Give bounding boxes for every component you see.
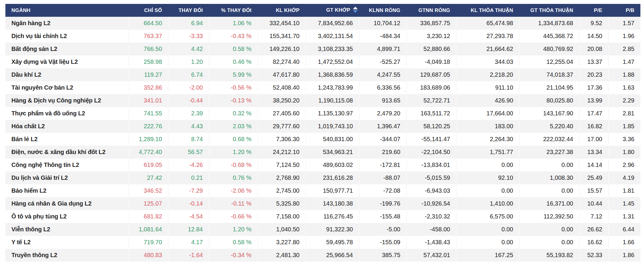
cell-pe: 7.12	[579, 210, 608, 223]
cell-pe: 17.36	[579, 81, 608, 94]
cell-kl_khop: 52,408.40	[257, 81, 305, 94]
cell-chi_so: 1,289.10	[129, 133, 168, 146]
table-row[interactable]: Dịch vụ tài chính L2763.37-3.33-0.43 %15…	[5, 30, 640, 43]
column-header-label: NGÀNH	[11, 7, 30, 13]
table-row[interactable]: Du lịch và Giải trí L227.420.210.76 %2,7…	[5, 171, 640, 184]
cell-pb: 1.63	[608, 81, 640, 94]
column-header-label: THAY ĐỔI	[179, 7, 203, 13]
cell-pct_thay_doi: -2.06 %	[209, 184, 257, 197]
cell-nganh: Xây dựng và Vật liệu L2	[5, 55, 129, 68]
cell-kl_thoa_thuan: 6,575.00	[456, 210, 519, 223]
table-row[interactable]: Điện, nước & xăng dầu khí đốt L24,772.40…	[5, 146, 640, 159]
cell-nganh: Bán lẻ L2	[5, 133, 129, 146]
cell-chi_so: 125.07	[129, 197, 168, 210]
table-row[interactable]: Thực phẩm và đồ uống L2741.552.390.32 %2…	[5, 107, 640, 120]
column-header-kl_thoa_thuan[interactable]: KL THỎA THUẬN	[456, 4, 519, 17]
column-header-pb[interactable]: P/B	[608, 4, 640, 17]
cell-pct_thay_doi: 5.99 %	[209, 68, 257, 81]
cell-pe: 20.08	[579, 43, 608, 55]
column-header-kl_khop[interactable]: KL KHỚP	[257, 4, 305, 17]
column-header-gtnn_rong[interactable]: GTNN RÒNG	[406, 4, 456, 17]
cell-klnn_rong: 6,336.56	[359, 81, 406, 94]
cell-kl_thoa_thuan: 2,218.20	[456, 68, 519, 81]
cell-pe: 14.14	[579, 159, 608, 171]
cell-gt_khop: 540,831.00	[305, 133, 359, 146]
cell-gt_thoa_thuan: 112,392.50	[519, 210, 579, 223]
cell-chi_so: 119.27	[129, 68, 168, 81]
cell-pe: 13.34	[579, 146, 608, 159]
cell-gt_thoa_thuan: 0.00	[519, 159, 579, 171]
column-header-pct_thay_doi[interactable]: % THAY ĐỔI	[209, 4, 257, 17]
column-header-gt_thoa_thuan[interactable]: GT THỎA THUẬN	[519, 4, 579, 17]
cell-gtnn_rong: -458.00	[406, 223, 456, 236]
cell-gt_thoa_thuan: 143,167.90	[519, 107, 579, 120]
cell-klnn_rong: 219.60	[359, 146, 406, 159]
cell-gt_khop: 1,190,115.08	[305, 94, 359, 107]
table-row[interactable]: Bán lẻ L21,289.108.740.68 %7,306.30540,8…	[5, 133, 640, 146]
cell-gt_thoa_thuan: 1,008.30	[519, 171, 579, 184]
column-header-nganh[interactable]: NGÀNH	[5, 4, 129, 17]
table-row[interactable]: Hóa chất L2222.764.432.03 %29,777.601,01…	[5, 120, 640, 133]
cell-gtnn_rong: -2,310.32	[406, 210, 456, 223]
table-row[interactable]: Y tế L2719.704.170.58 %3,227.8059,495.78…	[5, 236, 640, 249]
cell-nganh: Hóa chất L2	[5, 120, 129, 133]
cell-kl_khop: 38,250.20	[257, 94, 305, 107]
cell-gt_khop: 91,322.30	[305, 223, 359, 236]
column-header-chi_so[interactable]: CHỈ SỐ	[129, 4, 168, 17]
cell-kl_thoa_thuan: 1,751.77	[456, 146, 519, 159]
cell-nganh: Thực phẩm và đồ uống L2	[5, 107, 129, 120]
cell-kl_khop: 332,454.10	[257, 17, 305, 30]
cell-gt_thoa_thuan: 480,769.92	[519, 43, 579, 55]
column-header-pe[interactable]: P/E	[579, 4, 608, 17]
cell-klnn_rong: 4,899.71	[359, 43, 406, 55]
table-row[interactable]: Viễn thông L21,081.6412.841.20 %1,040.50…	[5, 223, 640, 236]
cell-pct_thay_doi: 0.46 %	[209, 55, 257, 68]
table-row[interactable]: Tài nguyên Cơ bản L2352.86-2.00-0.56 %52…	[5, 81, 640, 94]
table-row[interactable]: Ô tô và phụ tùng L2681.82-4.54-0.66 %7,1…	[5, 210, 640, 223]
table-row[interactable]: Bất động sản L2766.504.420.58 %149,226.1…	[5, 43, 640, 55]
cell-chi_so: 766.50	[129, 43, 168, 55]
cell-pb: 3.36	[608, 133, 640, 146]
table-row[interactable]: Bảo hiểm L2346.52-7.29-2.06 %2,745.00150…	[5, 184, 640, 197]
cell-klnn_rong: -88.07	[359, 171, 406, 184]
cell-klnn_rong: -72.08	[359, 184, 406, 197]
table-row[interactable]: Ngân hàng L2664.506.941.06 %332,454.107,…	[5, 17, 640, 30]
cell-pb: 2.81	[608, 107, 640, 120]
cell-gt_khop: 3,108,233.35	[305, 43, 359, 55]
cell-chi_so: 681.82	[129, 210, 168, 223]
cell-klnn_rong: -155.09	[359, 236, 406, 249]
column-header-thay_doi[interactable]: THAY ĐỔI	[168, 4, 209, 17]
table-row[interactable]: Truyền thông L2480.83-1.64-0.34 %2,481.3…	[5, 249, 640, 262]
cell-nganh: Hàng & Dịch vụ Công nghiệp L2	[5, 94, 129, 107]
column-header-label: GT THỎA THUẬN	[530, 7, 573, 13]
cell-pct_thay_doi: 0.32 %	[209, 107, 257, 120]
cell-kl_khop: 24,212.10	[257, 146, 305, 159]
cell-klnn_rong: 4,247.55	[359, 68, 406, 81]
cell-gt_thoa_thuan: 0.00	[519, 223, 579, 236]
table-row[interactable]: Hàng cá nhân & Gia dụng L2125.07-0.14-0.…	[5, 197, 640, 210]
cell-kl_thoa_thuan: 92.10	[456, 171, 519, 184]
cell-pe: 10.44	[579, 197, 608, 210]
cell-chi_so: 352.86	[129, 81, 168, 94]
cell-pe: 14.50	[579, 30, 608, 43]
cell-gt_khop: 25,966.54	[305, 249, 359, 262]
table-row[interactable]: Công nghệ Thông tin L2619.05-4.26-0.68 %…	[5, 159, 640, 171]
cell-nganh: Y tế L2	[5, 236, 129, 249]
column-header-gt_khop[interactable]: GT KHỚP	[305, 4, 359, 17]
cell-nganh: Du lịch và Giải trí L2	[5, 171, 129, 184]
cell-kl_thoa_thuan: 2,264.30	[456, 133, 519, 146]
column-header-label: KL KHỚP	[276, 7, 299, 13]
cell-kl_thoa_thuan: 911.10	[456, 81, 519, 94]
cell-klnn_rong: -5.00	[359, 223, 406, 236]
cell-kl_khop: 149,226.10	[257, 43, 305, 55]
table-row[interactable]: Xây dựng và Vật liệu L2258.981.200.46 %8…	[5, 55, 640, 68]
table-row[interactable]: Hàng & Dịch vụ Công nghiệp L2341.01-0.44…	[5, 94, 640, 107]
cell-pct_thay_doi: 1.06 %	[209, 17, 257, 30]
table-row[interactable]: Dầu khí L2119.276.745.99 %47,617.801,368…	[5, 68, 640, 81]
cell-pct_thay_doi: -0.56 %	[209, 81, 257, 94]
cell-gtnn_rong: 52,880.66	[406, 43, 456, 55]
column-header-klnn_rong[interactable]: KLNN RÒNG	[359, 4, 406, 17]
cell-kl_khop: 155,341.70	[257, 30, 305, 43]
cell-gtnn_rong: -13,834.01	[406, 159, 456, 171]
cell-pe: 17.00	[579, 133, 608, 146]
